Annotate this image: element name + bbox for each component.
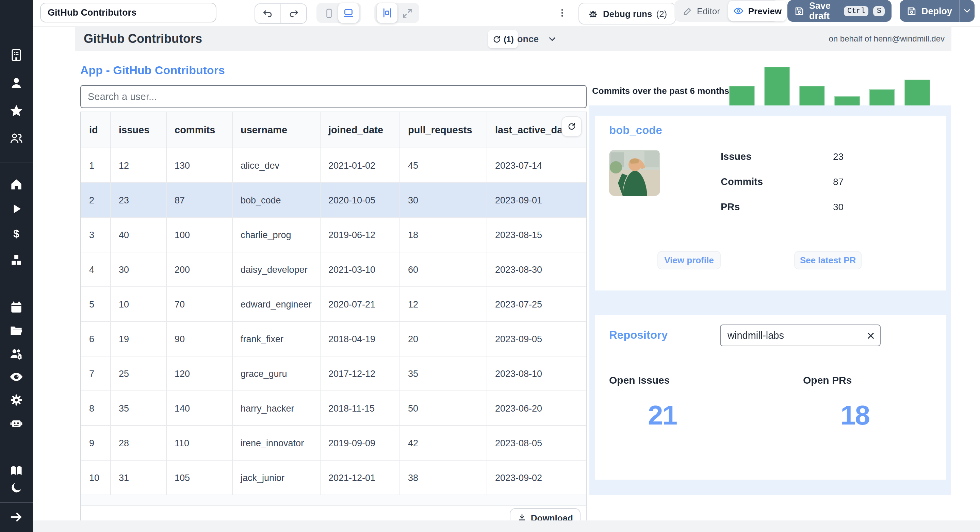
save-draft-button[interactable]: Save draft Ctrl S [788,0,891,22]
folder-icon[interactable] [0,319,33,342]
column-header[interactable]: id [81,112,110,148]
see-latest-pr-button[interactable]: See latest PR [794,251,862,269]
clear-icon[interactable] [862,326,880,345]
users-settings-icon[interactable] [0,342,33,365]
refresh-app-button[interactable]: (1) [488,30,518,48]
gear-icon[interactable] [0,389,33,411]
bar [729,86,755,105]
column-header[interactable]: username [232,112,320,148]
editor-tab[interactable]: Editor [675,1,728,21]
app-heading: App - GitHub Contributors [80,64,225,78]
debug-runs-button[interactable]: Debug runs (2) [579,3,676,24]
table-header-row: id issues commits username joined_date p… [81,112,586,148]
mobile-view-icon[interactable] [319,3,338,22]
schedule-value: once [517,34,539,44]
app-title-input[interactable] [40,3,216,22]
expand-icon[interactable] [398,3,417,22]
deploy-label: Deploy [921,6,952,16]
kbd-ctrl: Ctrl [844,6,869,16]
table-row[interactable]: 1031105jack_junior2021-12-01382023-09-02 [81,460,586,495]
star-icon[interactable] [0,99,33,122]
building-icon[interactable] [0,43,33,67]
bar [869,89,895,105]
stat-value: 30 [833,202,843,212]
arrow-right-icon[interactable] [0,505,33,529]
sidebar: $ [0,0,33,532]
open-issues-value: 21 [648,400,677,430]
repository-heading: Repository [609,329,668,341]
bottom-strip [33,521,980,532]
view-profile-label: View profile [664,255,714,265]
layout-toggle-group [374,3,419,23]
bar [904,79,930,105]
kbd-s: S [873,6,885,16]
repository-input[interactable] [721,330,862,341]
debug-runs-label: Debug runs [603,8,652,19]
avatar [609,150,660,196]
save-draft-label: Save draft [809,1,839,21]
redo-button[interactable] [280,4,306,23]
deploy-dropdown-chevron-icon[interactable] [959,6,975,16]
eye-icon[interactable] [0,365,33,389]
editor-label: Editor [697,6,720,16]
svg-text:$: $ [13,228,19,240]
see-latest-pr-label: See latest PR [800,255,856,265]
bar [799,86,825,105]
column-header[interactable]: issues [110,112,166,148]
table-row[interactable]: 430200daisy_developer2021-03-10602023-08… [81,252,586,287]
table-refresh-button[interactable] [562,116,582,137]
robot-icon[interactable] [0,411,33,435]
preview-eye-icon [733,5,744,16]
preview-tab[interactable]: Preview [728,1,787,21]
user-icon[interactable] [0,71,33,95]
more-options-icon[interactable] [556,3,568,23]
table-row[interactable]: 51070edward_engineer2020-07-21122023-07-… [81,287,586,321]
desktop-view-icon[interactable] [338,3,359,23]
table-row[interactable]: 725120grace_guru2017-12-12352023-08-10 [81,356,586,391]
column-header[interactable]: pull_requests [399,112,487,148]
open-prs-label: Open PRs [803,374,852,386]
top-toolbar: Debug runs (2) Editor Preview Save draft [33,0,980,27]
search-input[interactable] [80,85,587,108]
device-toggle-group [317,3,361,23]
moon-icon[interactable] [0,476,33,499]
column-header[interactable]: commits [166,112,232,148]
cubes-icon[interactable] [0,248,33,272]
dollar-icon[interactable]: $ [0,222,33,246]
schedule-select[interactable]: once [517,30,557,48]
stat-value: 23 [833,151,843,162]
open-issues-label: Open Issues [609,374,670,386]
open-prs-value: 18 [840,400,869,430]
column-header[interactable]: joined_date [320,112,399,148]
deploy-button[interactable]: Deploy [900,0,975,22]
align-center-icon[interactable] [377,3,398,23]
table-row[interactable]: 928110irene_innovator2019-09-09422023-08… [81,426,586,460]
deploy-save-icon [907,6,917,16]
repository-input-wrapper [720,324,881,346]
play-icon[interactable] [0,197,33,221]
table-row[interactable]: 112130alice_dev2021-01-02452023-07-14 [81,148,586,183]
table-row[interactable]: 61990frank_fixer2018-04-19202023-09-05 [81,321,586,356]
stat-label: Commits [721,176,763,187]
repository-card: Repository Open Issues Open PRs 21 18 [595,315,946,480]
editor-preview-toggle: Editor Preview [675,0,778,22]
table-row[interactable]: 340100charlie_prog2019-06-12182023-08-15 [81,218,586,252]
profile-card: bob_code Issues 23 Commits 87 PRs 30 Vie… [595,116,946,291]
view-profile-button[interactable]: View profile [657,251,721,269]
users-icon[interactable] [0,127,33,150]
refresh-count: (1) [504,34,514,44]
table-row-selected[interactable]: 22387bob_code2020-10-05302023-09-01 [81,183,586,218]
save-icon [794,6,804,16]
windmill-app-builder: $ [0,0,980,532]
commits-bar-chart [729,67,930,105]
undo-button[interactable] [255,4,280,23]
home-icon[interactable] [0,173,33,196]
preview-label: Preview [748,6,782,16]
profile-username: bob_code [609,124,662,137]
stat-label: Issues [721,151,751,162]
app-header-bar: GitHub Contributors (1) once on behalf o… [75,27,951,51]
table-row[interactable]: 835140harry_hacker2018-11-15502023-06-20 [81,391,586,426]
table-empty-row [81,495,586,505]
calendar-icon[interactable] [0,296,33,319]
page-title: GitHub Contributors [84,32,202,46]
